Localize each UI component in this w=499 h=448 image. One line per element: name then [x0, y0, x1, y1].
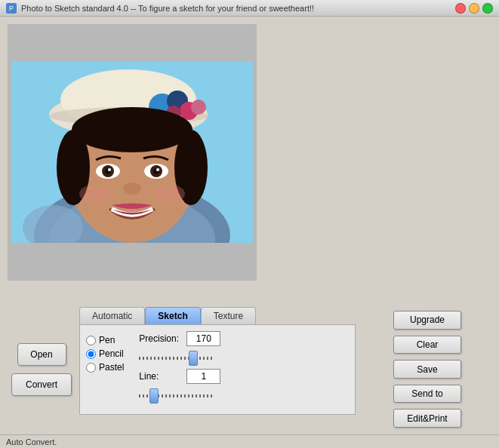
upgrade-button[interactable]: Upgrade — [393, 311, 461, 330]
clear-button[interactable]: Clear — [393, 336, 461, 354]
save-button[interactable]: Save — [393, 360, 461, 379]
tab-texture[interactable]: Texture — [201, 307, 256, 324]
tab-automatic[interactable]: Automatic — [79, 307, 145, 324]
radio-pencil-label: Pencil — [99, 348, 124, 359]
svg-point-25 — [79, 185, 109, 203]
minimize-button[interactable] — [469, 3, 479, 14]
svg-point-12 — [191, 100, 206, 115]
precision-slider-container — [139, 352, 214, 364]
svg-point-26 — [155, 185, 185, 203]
edit-print-button[interactable]: Edit&Print — [393, 409, 461, 428]
app-icon: P — [6, 3, 17, 14]
svg-point-22 — [108, 168, 111, 171]
radio-pencil[interactable]: Pencil — [86, 348, 124, 359]
radio-pastel-label: Pastel — [99, 362, 124, 373]
precision-input[interactable] — [186, 331, 220, 346]
close-button[interactable] — [455, 3, 466, 14]
line-slider[interactable] — [139, 394, 214, 397]
left-controls: Open Convert — [8, 303, 75, 435]
line-slider-container — [139, 390, 214, 402]
sketch-settings: Precision: Line: — [139, 331, 349, 402]
control-panel: Open Convert Automatic Sketch Texture Pe… — [8, 303, 491, 431]
maximize-button[interactable] — [482, 3, 493, 14]
send-to-button[interactable]: Send to — [393, 385, 461, 404]
svg-point-15 — [72, 107, 193, 152]
portrait-image — [11, 62, 253, 243]
line-label: Line: — [139, 371, 180, 382]
main-area: Open Convert Automatic Sketch Texture Pe… — [0, 17, 499, 448]
radio-pen[interactable]: Pen — [86, 335, 124, 345]
line-input[interactable] — [186, 369, 220, 384]
radio-pen-label: Pen — [99, 335, 115, 345]
radio-pastel[interactable]: Pastel — [86, 362, 124, 373]
tab-sketch[interactable]: Sketch — [145, 307, 200, 324]
tab-content: Pen Pencil Pastel — [79, 324, 356, 415]
status-text: Auto Convert. — [6, 437, 57, 446]
radio-pastel-input[interactable] — [86, 363, 96, 373]
line-row: Line: — [139, 369, 349, 384]
radio-pencil-input[interactable] — [86, 349, 96, 359]
window-controls — [455, 3, 493, 14]
middle-panel: Automatic Sketch Texture Pen Penc — [75, 303, 359, 435]
sketch-content: Pen Pencil Pastel — [86, 331, 349, 408]
svg-point-23 — [156, 168, 159, 171]
style-radio-group: Pen Pencil Pastel — [86, 331, 124, 373]
tabs-container: Automatic Sketch Texture — [75, 303, 359, 324]
convert-button[interactable]: Convert — [11, 373, 72, 396]
precision-slider[interactable] — [139, 357, 214, 360]
precision-label: Precision: — [139, 333, 180, 344]
photo-area — [8, 24, 257, 281]
status-bar: Auto Convert. — [0, 434, 499, 448]
precision-row: Precision: — [139, 331, 349, 346]
title-text: Photo to Sketch standard 4.0 -- To figur… — [21, 4, 455, 13]
line-slider-track — [139, 390, 214, 402]
svg-point-24 — [123, 183, 141, 195]
precision-slider-track — [139, 352, 214, 364]
radio-pen-input[interactable] — [86, 336, 96, 345]
open-button[interactable]: Open — [17, 343, 66, 366]
right-panel: Upgrade Clear Save Send to Edit&Print — [363, 303, 491, 435]
title-bar: P Photo to Sketch standard 4.0 -- To fig… — [0, 0, 499, 17]
